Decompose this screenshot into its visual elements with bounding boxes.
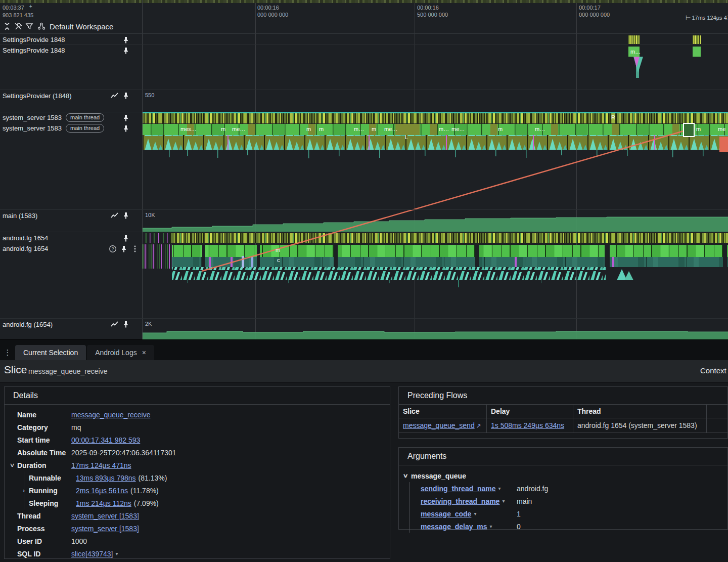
dropdown-caret-icon[interactable]: ▾ — [502, 498, 505, 504]
time-mark: 00:00:16500 000 000 — [417, 4, 448, 18]
sql-id-link[interactable]: slice[439743] — [71, 550, 113, 558]
time-mark: 00:00:17000 000 000 — [579, 4, 610, 18]
trace-time-left: 00:03:37+ 903 821 435 — [3, 4, 33, 19]
pin-icon[interactable] — [122, 114, 130, 122]
detail-row-sql-id: SQL IDslice[439743]▾ — [17, 547, 390, 560]
pin-icon[interactable] — [122, 320, 130, 328]
flow-thread-value: android.fg 1654 (system_server 1583) — [577, 421, 697, 429]
preceding-flows-panel: Preceding Flows Slice Delay Thread messa… — [398, 386, 728, 439]
track-androidfg-thread-1[interactable]: android.fg 1654 — [0, 233, 142, 243]
arguments-title: Arguments — [399, 448, 727, 465]
plus-marker: + — [29, 4, 32, 9]
pin-icon[interactable] — [122, 36, 130, 44]
arg-tree: sending_thread_name▾android.fg receiving… — [409, 482, 727, 533]
arg-row-message-code: message_code▾1 — [410, 507, 727, 520]
pin-icon[interactable] — [122, 47, 130, 55]
tab-android-logs[interactable]: Android Logs× — [87, 345, 154, 360]
track-settingsprovider-counter[interactable]: SettingsProvider (1848) — [0, 90, 142, 101]
detail-row-process: Processsystem_server [1583] — [17, 522, 390, 535]
flow-slice-link[interactable]: message_queue_send — [403, 421, 475, 429]
help-icon[interactable]: ? — [109, 245, 117, 253]
flows-data-row: message_queue_send↗ 1s 508ms 249µs 634ns… — [399, 418, 727, 433]
unpin-all-icon[interactable] — [14, 22, 22, 30]
pin-icon[interactable] — [122, 92, 130, 100]
context-button[interactable]: Context — [700, 366, 726, 375]
pin-icon[interactable] — [122, 124, 130, 133]
duration-link[interactable]: 17ms 124µs 471ns — [71, 461, 131, 469]
kebab-menu-icon[interactable] — [131, 245, 139, 253]
arg-key-link[interactable]: receiving_thread_name — [421, 497, 499, 505]
track-settingsprovider-thread-2[interactable]: SettingsProvide 1848 — [0, 45, 142, 56]
chart-icon — [111, 211, 119, 220]
track-settingsprovider-thread-1[interactable]: SettingsProvide 1848 — [0, 34, 142, 45]
running-link[interactable]: 2ms 16µs 561ns — [76, 487, 128, 495]
chevron-right-icon[interactable]: › — [23, 487, 25, 494]
process-link[interactable]: system_server [1583] — [71, 525, 139, 533]
pin-icon[interactable] — [122, 234, 130, 242]
detail-row-user-id: User ID1000 — [17, 535, 390, 547]
dropdown-caret-icon[interactable]: ▾ — [116, 551, 118, 556]
selection-duration-label: ⊢17ms 124µs 471 — [686, 14, 728, 21]
flow-delay-link[interactable]: 1s 508ms 249µs 634ns — [491, 421, 564, 429]
dropdown-caret-icon[interactable]: ▾ — [474, 511, 476, 516]
main-counter-area — [143, 217, 728, 232]
flows-header-row: Slice Delay Thread — [399, 405, 727, 418]
timeline-canvas[interactable] — [143, 33, 728, 340]
workspace-name[interactable]: Default Workspace — [50, 22, 113, 31]
detail-row-thread: Threadsystem_server [1583] — [17, 509, 390, 522]
arg-key-link[interactable]: message_code — [421, 510, 471, 518]
arg-key-link[interactable]: sending_thread_name — [421, 485, 496, 493]
pin-icon[interactable] — [122, 211, 130, 220]
chevron-down-icon[interactable]: ∨ — [9, 462, 15, 468]
main-thread-badge: main thread — [66, 124, 104, 133]
pin-icon[interactable] — [120, 245, 128, 253]
chevron-down-icon[interactable]: ∨ — [402, 472, 408, 479]
detail-row-absolute-time: Absolute Time2025-09-25T20:47:06.3641173… — [17, 446, 390, 459]
filter-icon[interactable] — [25, 22, 33, 30]
external-arrow-icon[interactable]: ↗ — [476, 422, 481, 429]
track-androidfg-thread-2[interactable]: android.fg 1654 ? — [0, 243, 142, 254]
selected-slice[interactable] — [684, 123, 694, 137]
selection-kind: Slice — [4, 364, 27, 376]
collapse-all-icon[interactable] — [3, 22, 11, 30]
arg-row-receiving-thread-name: receiving_thread_name▾main — [410, 495, 727, 507]
detail-row-start-time: Start time00:00:17.341 982 593 — [17, 434, 390, 446]
svg-text:?: ? — [112, 246, 114, 251]
tab-current-selection[interactable]: Current Selection — [15, 345, 86, 360]
details-title: Details — [5, 387, 390, 405]
track-androidfg-counter[interactable]: android.fg (1654) — [0, 319, 142, 330]
slice-name-link[interactable]: message_queue_receive — [71, 411, 150, 419]
chart-icon — [111, 320, 119, 328]
time-mark: 00:00:16000 000 000 — [257, 4, 288, 18]
duration-breakdown: Runnable13ms 893µs 798ns(81.13%) ›Runnin… — [24, 471, 390, 509]
dropdown-caret-icon[interactable]: ▾ — [490, 524, 492, 529]
af-counter-area — [143, 331, 728, 340]
drawer-content: Details Namemessage_queue_receive Catego… — [0, 382, 728, 562]
drawer-tabbar: ⋮ Current Selection Android Logs× — [0, 345, 728, 360]
sleeping-link[interactable]: 1ms 214µs 112ns — [76, 499, 131, 507]
thread-link[interactable]: system_server [1583] — [71, 512, 139, 520]
preceding-flows-title: Preceding Flows — [399, 387, 727, 405]
arg-root-message-queue[interactable]: ∨ message_queue — [403, 469, 727, 482]
close-tab-icon[interactable]: × — [142, 349, 146, 357]
track-system-server-thread-1[interactable]: system_server 1583 main thread — [0, 112, 142, 123]
details-drawer: ⋮ Current Selection Android Logs× Slice … — [0, 340, 728, 562]
drawer-menu-icon[interactable]: ⋮ — [0, 345, 15, 360]
detail-row-name: Namemessage_queue_receive — [17, 408, 390, 421]
measure-bracket-icon: ⊢ — [686, 14, 691, 21]
track-system-server-thread-2[interactable]: system_server 1583 main thread — [0, 123, 142, 134]
track-main-counter[interactable]: main (1583) — [0, 210, 142, 221]
arg-row-message-delay-ms: message_delay_ms▾0 — [410, 520, 727, 533]
detail-row-duration: ∨ Duration17ms 124µs 471ns — [17, 459, 390, 471]
arg-key-link[interactable]: message_delay_ms — [421, 523, 487, 531]
perfetto-trace-viewer: 00:03:37+ 903 821 435 00:00:16000 000 00… — [0, 0, 728, 562]
details-panel: Details Namemessage_queue_receive Catego… — [4, 386, 390, 559]
workspace-icon[interactable] — [37, 22, 46, 30]
workspace-toolbar: Default Workspace — [0, 19, 145, 33]
arg-row-sending-thread-name: sending_thread_name▾android.fg — [410, 482, 727, 495]
runnable-link[interactable]: 13ms 893µs 798ns — [76, 474, 136, 482]
detail-row-category: Categorymq — [17, 421, 390, 434]
start-time-link[interactable]: 00:00:17.341 982 593 — [71, 436, 140, 444]
dropdown-caret-icon[interactable]: ▾ — [498, 486, 501, 491]
arguments-panel: Arguments ∨ message_queue sending_thread… — [398, 447, 728, 530]
